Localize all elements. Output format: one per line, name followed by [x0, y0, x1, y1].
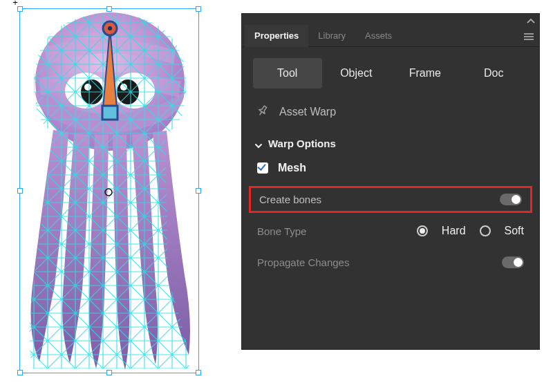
svg-rect-12: [102, 106, 118, 120]
bone-type-label: Bone Type: [257, 225, 417, 237]
selection-bounds[interactable]: [19, 8, 199, 373]
warp-options-header[interactable]: Warp Options: [242, 131, 539, 158]
scale-handle-tl[interactable]: [17, 6, 23, 12]
scale-handle-t[interactable]: [106, 6, 112, 12]
panel-collapse-icon[interactable]: [527, 15, 535, 26]
bone-type-hard-label: Hard: [442, 225, 466, 237]
create-bones-label: Create bones: [259, 194, 500, 205]
mode-tab-object[interactable]: Object: [322, 58, 391, 88]
panel-menu-icon[interactable]: [521, 30, 536, 41]
bone-type-soft-radio[interactable]: [480, 225, 491, 236]
propagate-label: Propagate Changes: [257, 256, 502, 268]
bone-type-row: Bone Type Hard Soft: [242, 215, 539, 247]
pin-icon[interactable]: [257, 105, 268, 118]
propagate-row: Propagate Changes: [242, 247, 539, 275]
scale-handle-r[interactable]: [196, 188, 201, 194]
mesh-label: Mesh: [278, 162, 524, 174]
propagate-toggle[interactable]: [502, 256, 524, 268]
mode-tab-doc[interactable]: Doc: [460, 58, 529, 88]
scale-handle-b[interactable]: [106, 370, 112, 375]
scale-handle-br[interactable]: [196, 370, 201, 375]
mode-tab-frame[interactable]: Frame: [391, 58, 460, 88]
create-bones-row: Create bones: [249, 186, 532, 213]
mode-tab-bar: Tool Object Frame Doc: [242, 47, 539, 95]
bone-type-hard-radio[interactable]: [417, 225, 428, 236]
mode-tab-tool[interactable]: Tool: [253, 58, 322, 88]
scale-handle-tr[interactable]: [196, 6, 201, 12]
tab-library[interactable]: Library: [308, 25, 355, 47]
stage-canvas[interactable]: +: [19, 8, 199, 373]
section-title: Warp Options: [268, 138, 336, 149]
bone-type-soft-label: Soft: [505, 225, 524, 237]
mesh-row: Mesh: [242, 158, 539, 184]
chevron-down-icon: [254, 140, 261, 147]
tab-properties[interactable]: Properties: [245, 25, 308, 47]
warped-asset-jellyfish[interactable]: [20, 9, 200, 374]
current-tool-row: Asset Warp: [242, 95, 539, 131]
tab-assets[interactable]: Assets: [355, 25, 402, 47]
tool-name-label: Asset Warp: [279, 106, 336, 118]
properties-panel: Properties Library Assets Tool Object Fr…: [242, 14, 539, 349]
svg-point-11: [108, 26, 112, 30]
create-bones-toggle[interactable]: [500, 194, 522, 205]
mesh-checkbox[interactable]: [257, 162, 268, 174]
scale-handle-bl[interactable]: [17, 370, 23, 375]
scale-handle-l[interactable]: [17, 188, 23, 194]
panel-tab-bar: Properties Library Assets: [242, 25, 539, 47]
